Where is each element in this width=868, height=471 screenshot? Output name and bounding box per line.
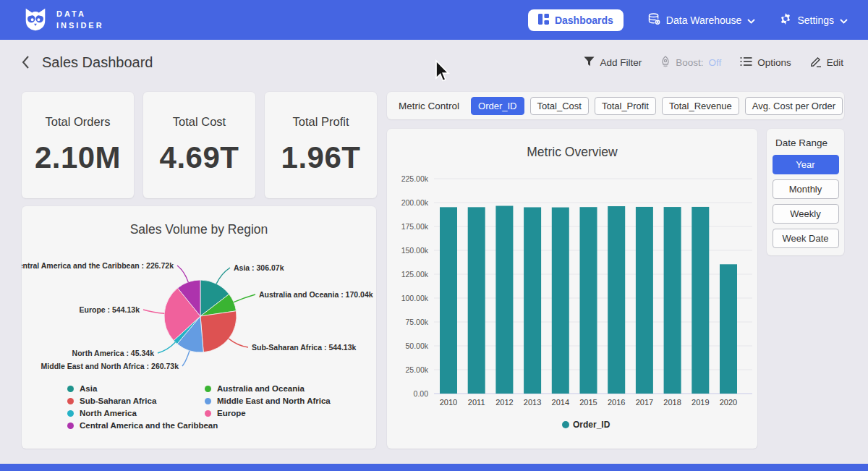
pie-label: Asia : 306.07k xyxy=(234,263,284,272)
edit-button[interactable]: Edit xyxy=(810,56,843,69)
svg-text:225.00k: 225.00k xyxy=(401,174,429,183)
svg-text:2016: 2016 xyxy=(608,398,625,407)
bar-2011[interactable] xyxy=(468,207,485,394)
date-range-option[interactable]: Weekly xyxy=(773,204,839,224)
pie-label: Australia and Oceania : 170.04k xyxy=(259,290,373,299)
pie-legend-item[interactable]: Asia xyxy=(67,384,201,393)
date-range-panel: Date Range YearMonthlyWeeklyWeek Date xyxy=(767,129,844,255)
svg-text:0.00: 0.00 xyxy=(414,389,429,398)
svg-text:2014: 2014 xyxy=(552,398,569,407)
metric-chip[interactable]: Total_Cost xyxy=(530,97,589,115)
metric-chip[interactable]: Total_Revenue xyxy=(662,97,739,115)
bar-2014[interactable] xyxy=(552,208,569,394)
pie-legend-item[interactable]: Central America and the Caribbean xyxy=(67,421,201,430)
bar-2017[interactable] xyxy=(636,207,653,394)
options-button[interactable]: Options xyxy=(740,56,791,69)
metric-chip-group: Order_IDTotal_CostTotal_ProfitTotal_Reve… xyxy=(471,97,843,115)
metric-chip[interactable]: Avg. Cost per Order xyxy=(745,97,843,115)
legend-label: Central America and the Caribbean xyxy=(80,421,218,430)
legend-dot xyxy=(67,410,74,417)
kpi-label: Total Profit xyxy=(265,115,377,129)
chevron-down-icon xyxy=(840,14,848,26)
pie-chart[interactable]: Asia : 306.07kAustralia and Oceania : 17… xyxy=(22,237,376,381)
pie-slice[interactable] xyxy=(200,311,237,352)
list-options-icon xyxy=(740,56,752,69)
pencil-edit-icon xyxy=(810,56,822,69)
legend-label: Australia and Oceania xyxy=(217,384,305,393)
date-range-option[interactable]: Week Date xyxy=(773,229,839,248)
svg-text:25.00k: 25.00k xyxy=(405,365,428,374)
back-button[interactable] xyxy=(20,54,30,70)
dashboards-button[interactable]: Dashboards xyxy=(528,9,624,31)
data-warehouse-label: Data Warehouse xyxy=(666,14,742,26)
legend-dot xyxy=(67,386,74,392)
metric-control-label: Metric Control xyxy=(399,101,459,111)
svg-text:2012: 2012 xyxy=(495,398,513,407)
svg-text:75.00k: 75.00k xyxy=(405,318,428,326)
legend-dot xyxy=(67,423,74,429)
bar-2018[interactable] xyxy=(664,207,681,394)
legend-label: Middle East and North Africa xyxy=(217,396,331,405)
filter-funnel-icon xyxy=(584,56,595,69)
pie-legend-item[interactable]: North America xyxy=(67,409,201,417)
bar-2019[interactable] xyxy=(692,207,709,394)
svg-text:2013: 2013 xyxy=(524,398,541,407)
legend-dot xyxy=(205,398,211,404)
page-title: Sales Dashboard xyxy=(42,54,153,71)
bar-2016[interactable] xyxy=(608,206,625,394)
svg-text:100.00k: 100.00k xyxy=(401,294,429,302)
svg-text:2020: 2020 xyxy=(720,398,737,407)
kpi-value: 1.96T xyxy=(265,140,377,175)
svg-text:175.00k: 175.00k xyxy=(401,222,429,231)
bar-2015[interactable] xyxy=(580,207,597,394)
pie-label: Europe : 544.13k xyxy=(80,305,140,314)
svg-text:200.00k: 200.00k xyxy=(401,198,429,207)
kpi-card-total-cost: Total Cost 4.69T xyxy=(143,92,255,198)
boost-state: Off xyxy=(708,57,721,68)
pie-legend-item[interactable]: Australia and Oceania xyxy=(205,384,331,393)
svg-text:50.00k: 50.00k xyxy=(405,341,428,350)
date-range-option[interactable]: Year xyxy=(773,155,839,174)
pie-chart-title: Sales Volume by Region xyxy=(22,222,376,237)
bar-chart[interactable]: 225.00k200.00k175.00k150.00k125.00k100.0… xyxy=(387,129,757,449)
brand-name: DATA INSIDER xyxy=(56,9,104,32)
database-icon xyxy=(648,13,660,27)
date-range-option[interactable]: Monthly xyxy=(773,179,839,199)
boost-toggle[interactable]: Boost: Off xyxy=(660,56,721,69)
rocket-icon xyxy=(660,56,671,69)
metric-chip[interactable]: Total_Profit xyxy=(595,97,656,115)
bar-2020[interactable] xyxy=(720,264,737,394)
bar-2010[interactable] xyxy=(440,207,457,394)
pie-label: Central America and the Caribbean : 226.… xyxy=(22,261,174,270)
settings-label: Settings xyxy=(797,14,834,26)
bar-chart-title: Metric Overview xyxy=(387,145,757,160)
legend-label: Europe xyxy=(217,409,246,417)
page-header: Sales Dashboard Add Filter Boost: Off xyxy=(0,40,868,85)
date-range-label: Date Range xyxy=(775,137,839,148)
legend-label: North America xyxy=(80,409,137,417)
legend-dot xyxy=(67,398,74,404)
pie-legend-item[interactable]: Europe xyxy=(205,409,331,417)
bar-2012[interactable] xyxy=(495,205,513,394)
pie-legend-item[interactable]: Middle East and North Africa xyxy=(205,396,331,405)
svg-text:2017: 2017 xyxy=(636,398,653,407)
bar-legend-dot xyxy=(562,421,569,428)
sales-volume-chart-card: Sales Volume by Region Asia : 306.07kAus… xyxy=(22,206,376,449)
pie-legend-item[interactable]: Sub-Saharan Africa xyxy=(67,396,201,405)
metric-chip[interactable]: Order_ID xyxy=(471,97,524,115)
pie-label: Sub-Saharan Africa : 544.13k xyxy=(252,343,356,352)
date-range-options: YearMonthlyWeeklyWeek Date xyxy=(772,155,839,248)
legend-dot xyxy=(205,410,211,417)
pie-label: North America : 45.34k xyxy=(72,349,155,357)
legend-label: Asia xyxy=(80,384,97,393)
kpi-card-total-profit: Total Profit 1.96T xyxy=(265,92,377,198)
dashboard-grid-icon xyxy=(538,14,549,27)
svg-text:150.00k: 150.00k xyxy=(401,246,429,255)
bar-2013[interactable] xyxy=(524,207,541,394)
data-warehouse-menu[interactable]: Data Warehouse xyxy=(648,13,756,27)
add-filter-button[interactable]: Add Filter xyxy=(584,56,642,69)
settings-menu[interactable]: Settings xyxy=(780,13,848,27)
gear-icon xyxy=(780,13,791,27)
legend-label: Sub-Saharan Africa xyxy=(80,396,156,405)
bar-legend-label: Order_ID xyxy=(573,420,610,430)
